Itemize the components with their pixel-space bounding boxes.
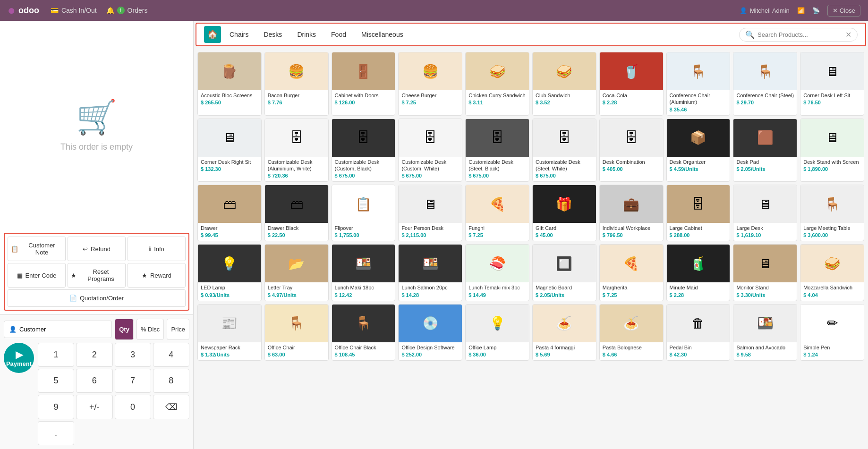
product-card[interactable]: 🗄Desk Combination$ 405.00 <box>599 119 664 182</box>
num-8[interactable]: 8 <box>153 369 189 393</box>
search-clear-icon[interactable]: ✕ <box>845 30 851 39</box>
product-card[interactable]: 🪵Acoustic Bloc Screens$ 265.50 <box>197 52 262 116</box>
num-dot[interactable]: . <box>38 421 74 445</box>
category-miscellaneous[interactable]: Miscellaneous <box>355 28 410 41</box>
cash-in-out-nav[interactable]: 💳 Cash In/Out <box>51 7 97 14</box>
product-card[interactable]: 🍔Cheese Burger$ 7.25 <box>398 52 462 116</box>
customer-icon: 👤 <box>9 326 17 333</box>
product-card[interactable]: 🥪Chicken Curry Sandwich$ 3.11 <box>465 52 529 116</box>
product-card[interactable]: 💼Individual Workplace$ 796.50 <box>599 185 664 241</box>
product-card[interactable]: 🥤Coca-Cola$ 2.28 <box>599 52 664 116</box>
product-card[interactable]: 🗃Drawer$ 99.45 <box>197 185 262 241</box>
product-card[interactable]: 🍣Lunch Temaki mix 3pc$ 14.49 <box>465 244 529 301</box>
search-bar[interactable]: 🔍 ✕ <box>739 28 858 42</box>
product-card[interactable]: 🍕Margherita$ 7.25 <box>599 244 664 301</box>
qty-button[interactable]: Qty <box>115 319 134 340</box>
product-name: Desk Organizer <box>670 159 727 165</box>
num-0[interactable]: 0 <box>115 395 151 419</box>
category-desks[interactable]: Desks <box>257 28 289 41</box>
product-card[interactable]: 🍱Lunch Salmon 20pc$ 14.28 <box>398 244 462 301</box>
product-card[interactable]: 💡Office Lamp$ 36.00 <box>465 304 529 361</box>
price-button[interactable]: Price <box>167 319 189 340</box>
refund-button[interactable]: ↩ Refund <box>68 237 126 261</box>
user-info[interactable]: 👤 Mitchell Admin <box>740 7 790 14</box>
enter-code-button[interactable]: ▦ Enter Code <box>8 263 66 288</box>
product-card[interactable]: 🔲Magnetic Board$ 2.05/Units <box>532 244 596 301</box>
quotation-order-button[interactable]: 📄 Quotation/Order <box>8 289 186 307</box>
product-card[interactable]: 🥪Mozzarella Sandwich$ 4.04 <box>800 244 864 301</box>
product-card[interactable]: 🍝Pasta 4 formaggi$ 5.69 <box>532 304 596 361</box>
product-card[interactable]: 📋Flipover$ 1,755.00 <box>332 185 396 241</box>
product-card[interactable]: 🚪Cabinet with Doors$ 126.00 <box>332 52 396 116</box>
product-card[interactable]: 🟫Desk Pad$ 2.05/Units <box>733 119 797 182</box>
info-label: Info <box>154 246 164 253</box>
product-card[interactable]: 🖥Large Desk$ 1,619.10 <box>733 185 797 241</box>
product-card[interactable]: 🍱Salmon and Avocado$ 9.58 <box>733 304 797 361</box>
product-card[interactable]: 💡LED Lamp$ 0.93/Units <box>197 244 262 301</box>
search-icon: 🔍 <box>745 30 755 39</box>
product-card[interactable]: 🪑Office Chair$ 63.00 <box>264 304 329 361</box>
product-card[interactable]: 💿Office Design Software$ 252.00 <box>398 304 462 361</box>
category-drinks[interactable]: Drinks <box>290 28 323 41</box>
product-card[interactable]: 🗄Customizable Desk (Steel, Black)$ 675.0… <box>465 119 529 182</box>
product-card[interactable]: 🖥Corner Desk Left Sit$ 76.50 <box>800 52 864 116</box>
product-card[interactable]: 📦Desk Organizer$ 4.59/Units <box>666 119 731 182</box>
num-backspace[interactable]: ⌫ <box>153 395 189 419</box>
product-card[interactable]: 🖥Desk Stand with Screen$ 1,890.00 <box>800 119 864 182</box>
payment-button[interactable]: ▶ Payment <box>4 343 34 373</box>
product-card[interactable]: 🗑Pedal Bin$ 42.30 <box>666 304 731 361</box>
product-card[interactable]: 🗄Customizable Desk (Custom, White)$ 675.… <box>398 119 462 182</box>
reward-button[interactable]: ★ Reward <box>128 263 186 288</box>
product-card[interactable]: 🖥Four Person Desk$ 2,115.00 <box>398 185 462 241</box>
product-price: $ 2.05/Units <box>736 166 794 172</box>
num-6[interactable]: 6 <box>76 369 112 393</box>
product-card[interactable]: 🪑Large Meeting Table$ 3,600.00 <box>800 185 864 241</box>
home-button[interactable]: 🏠 <box>204 26 221 43</box>
product-card[interactable]: 🪑Conference Chair (Aluminium)$ 35.46 <box>666 52 731 116</box>
close-button[interactable]: ✕ Close <box>827 5 860 17</box>
num-5[interactable]: 5 <box>38 369 74 393</box>
product-card[interactable]: 🧃Minute Maid$ 2.28 <box>666 244 731 301</box>
info-button[interactable]: ℹ Info <box>128 237 186 261</box>
product-name: Letter Tray <box>268 284 325 291</box>
product-card[interactable]: 🍕Funghi$ 7.25 <box>465 185 529 241</box>
product-card[interactable]: 🗄Customizable Desk (Custom, Black)$ 675.… <box>332 119 396 182</box>
product-card[interactable]: 📂Letter Tray$ 4.97/Units <box>264 244 329 301</box>
product-image: 🖥 <box>733 185 797 223</box>
product-card[interactable]: 🍱Lunch Maki 18pc$ 12.42 <box>332 244 396 301</box>
product-card[interactable]: 🗄Customizable Desk (Aluminium, White)$ 7… <box>264 119 329 182</box>
product-card[interactable]: 🪑Office Chair Black$ 108.45 <box>332 304 396 361</box>
category-chairs[interactable]: Chairs <box>223 28 255 41</box>
product-card[interactable]: 🥪Club Sandwich$ 3.52 <box>532 52 596 116</box>
product-price: $ 108.45 <box>335 352 392 357</box>
product-card[interactable]: 🎁Gift Card$ 45.00 <box>532 185 596 241</box>
product-name: Large Cabinet <box>670 225 727 231</box>
product-card[interactable]: 🗃Drawer Black$ 22.50 <box>264 185 329 241</box>
disc-button[interactable]: % Disc <box>136 319 164 340</box>
product-card[interactable]: 📰Newspaper Rack$ 1.32/Units <box>197 304 262 361</box>
customer-button[interactable]: 👤 Customer <box>4 321 112 338</box>
product-card[interactable]: 🍝Pasta Bolognese$ 4.66 <box>599 304 664 361</box>
product-card[interactable]: 🖥Monitor Stand$ 3.30/Units <box>733 244 797 301</box>
reset-programs-button[interactable]: ★ Reset Programs <box>68 263 126 288</box>
customer-note-button[interactable]: 📋 Customer Note <box>8 237 66 261</box>
num-9[interactable]: 9 <box>38 395 74 419</box>
product-card[interactable]: 🍔Bacon Burger$ 7.76 <box>264 52 329 116</box>
search-input[interactable] <box>757 31 842 38</box>
product-card[interactable]: 🪑Conference Chair (Steel)$ 29.70 <box>733 52 797 116</box>
product-image: 🍱 <box>733 305 797 342</box>
product-card[interactable]: 🖥Corner Desk Right Sit$ 132.30 <box>197 119 262 182</box>
num-3[interactable]: 3 <box>115 343 151 367</box>
num-4[interactable]: 4 <box>153 343 189 367</box>
num-plusminus[interactable]: +/- <box>76 395 112 419</box>
product-name: Lunch Temaki mix 3pc <box>468 284 526 291</box>
orders-nav[interactable]: 🔔 1 Orders <box>106 7 148 14</box>
product-card[interactable]: ✏Simple Pen$ 1.24 <box>800 304 864 361</box>
num-1[interactable]: 1 <box>38 343 74 367</box>
category-food[interactable]: Food <box>324 28 353 41</box>
product-card[interactable]: 🗄Large Cabinet$ 288.00 <box>666 185 731 241</box>
num-7[interactable]: 7 <box>115 369 151 393</box>
product-name: Salmon and Avocado <box>736 344 794 351</box>
num-2[interactable]: 2 <box>76 343 112 367</box>
product-card[interactable]: 🗄Customizable Desk (Steel, White)$ 675.0… <box>532 119 596 182</box>
